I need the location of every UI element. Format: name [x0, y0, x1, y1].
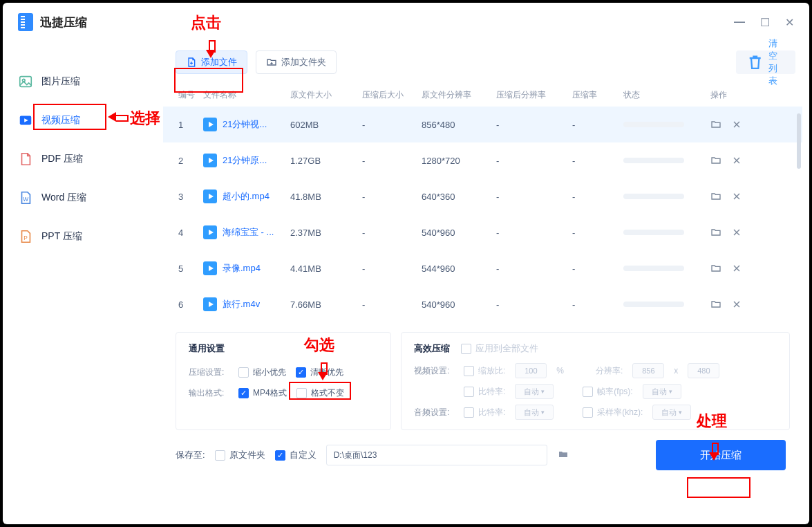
audio-bitrate-checkbox[interactable]: 比特率:: [464, 407, 505, 418]
compress-label: 压缩设置:: [189, 367, 229, 378]
table-row[interactable]: 3超小的.mp441.8MB-640*360--: [163, 178, 802, 214]
svg-rect-6: [20, 77, 32, 87]
word-icon: W: [18, 190, 33, 205]
progress-bar: [623, 122, 684, 127]
col-status: 状态: [623, 89, 710, 101]
video-file-icon: [203, 189, 217, 203]
col-compres: 压缩后分辨率: [496, 89, 572, 101]
remove-row-icon[interactable]: [731, 299, 742, 310]
fps-select[interactable]: 自动: [643, 384, 681, 399]
sidebar-item-video[interactable]: 视频压缩: [3, 101, 163, 140]
progress-bar: [623, 266, 684, 271]
video-file-icon: [203, 225, 217, 239]
table-row[interactable]: 4海绵宝宝 - ...2.37MB-540*960--: [163, 214, 802, 250]
annotation-arrow-icon: [709, 452, 719, 461]
remove-row-icon[interactable]: [731, 155, 742, 166]
sidebar-label: PDF 压缩: [41, 153, 83, 165]
output-path-input[interactable]: D:\桌面\123: [326, 445, 547, 465]
apply-all-checkbox[interactable]: 应用到全部文件: [461, 342, 538, 355]
audio-bitrate-select[interactable]: 自动: [515, 405, 554, 420]
table-header: 编号 文件名称 原文件大小 压缩后大小 原文件分辨率 压缩后分辨率 压缩率 状态…: [163, 83, 802, 107]
titlebar: 迅捷压缩 — ☐ ✕: [3, 3, 809, 41]
pdf-icon: [18, 151, 33, 167]
col-name: 文件名称: [203, 89, 290, 101]
size-first-checkbox[interactable]: 缩小优先: [238, 367, 286, 378]
browse-folder-icon[interactable]: [557, 449, 569, 462]
scrollbar[interactable]: [797, 113, 801, 169]
video-icon: [18, 113, 33, 128]
video-file-icon: [203, 297, 217, 311]
keep-format-checkbox[interactable]: 格式不变: [296, 387, 344, 399]
app-title: 迅捷压缩: [40, 15, 87, 30]
sidebar-item-word[interactable]: W Word 压缩: [3, 178, 163, 217]
table-row[interactable]: 6旅行.m4v7.66MB-540*960--: [163, 286, 802, 322]
open-folder-icon[interactable]: [710, 191, 721, 202]
scale-checkbox[interactable]: 缩放比:: [464, 365, 505, 377]
custom-folder-checkbox[interactable]: 自定义: [275, 449, 317, 461]
general-settings-panel: 通用设置 压缩设置: 缩小优先 清晰优先 输出格式: MP4格式 格式不变: [176, 332, 391, 430]
open-folder-icon[interactable]: [710, 299, 721, 310]
sidebar-item-pdf[interactable]: PDF 压缩: [3, 140, 163, 178]
image-icon: [18, 74, 33, 89]
brand: 迅捷压缩: [18, 13, 87, 31]
orig-folder-checkbox[interactable]: 原文件夹: [215, 449, 265, 461]
remove-row-icon[interactable]: [731, 227, 742, 238]
saveto-label: 保存至:: [176, 449, 205, 461]
sidebar-item-image[interactable]: 图片压缩: [3, 62, 163, 101]
res-height[interactable]: 480: [688, 363, 719, 378]
open-folder-icon[interactable]: [710, 263, 721, 274]
remove-row-icon[interactable]: [731, 191, 742, 202]
video-bitrate-select[interactable]: 自动: [515, 384, 554, 399]
remove-row-icon[interactable]: [731, 263, 742, 274]
window-controls: — ☐ ✕: [719, 16, 794, 29]
clear-list-label: 清空列表: [768, 37, 786, 87]
clear-list-button[interactable]: 清空列表: [736, 50, 795, 74]
advanced-settings-panel: 高效压缩 应用到全部文件 视频设置: 缩放比: 100 % 分辨率: 856 x…: [401, 332, 790, 430]
minimize-button[interactable]: —: [734, 16, 745, 28]
sidebar-label: PPT 压缩: [41, 230, 82, 243]
sidebar: 图片压缩 视频压缩 PDF 压缩 W Word 压缩 P PPT 压缩: [3, 41, 163, 524]
video-file-icon: [203, 154, 217, 167]
progress-bar: [623, 302, 684, 307]
general-title: 通用设置: [189, 342, 378, 355]
col-orig: 原文件大小: [290, 89, 362, 101]
annotation-arrow-icon: [206, 50, 216, 58]
sidebar-label: Word 压缩: [41, 192, 86, 204]
open-folder-icon[interactable]: [710, 119, 721, 130]
maximize-button[interactable]: ☐: [760, 16, 770, 29]
output-label: 输出格式:: [189, 387, 229, 399]
fps-checkbox[interactable]: 帧率(fps):: [583, 386, 632, 398]
table-row[interactable]: 5录像.mp44.41MB-544*960--: [163, 250, 802, 286]
table-row[interactable]: 121分钟视...602MB-856*480--: [163, 107, 802, 142]
table-row[interactable]: 221分钟原...1.27GB-1280*720--: [163, 142, 802, 178]
col-idx: 编号: [178, 89, 203, 101]
video-file-icon: [203, 118, 217, 131]
sample-checkbox[interactable]: 采样率(khz):: [583, 407, 643, 418]
table-body[interactable]: 121分钟视...602MB-856*480--221分钟原...1.27GB-…: [163, 107, 802, 322]
app-logo-icon: [18, 13, 33, 31]
col-comp: 压缩后大小: [362, 89, 422, 101]
progress-bar: [623, 194, 684, 199]
res-width[interactable]: 856: [632, 363, 664, 378]
remove-row-icon[interactable]: [731, 119, 742, 130]
start-compress-button[interactable]: 开始压缩: [656, 440, 786, 470]
scale-value[interactable]: 100: [515, 363, 547, 378]
video-bitrate-checkbox[interactable]: 比特率:: [464, 386, 505, 398]
add-folder-label: 添加文件夹: [281, 56, 326, 68]
app-window: 迅捷压缩 — ☐ ✕ 图片压缩 视频压缩 PDF 压缩: [3, 3, 809, 524]
ppt-icon: P: [18, 229, 33, 244]
col-origres: 原文件分辨率: [422, 89, 496, 101]
sidebar-label: 视频压缩: [41, 114, 80, 127]
open-folder-icon[interactable]: [710, 227, 721, 238]
advanced-title: 高效压缩: [414, 342, 450, 355]
footer: 保存至: 原文件夹 自定义 D:\桌面\123 开始压缩: [163, 430, 802, 480]
sidebar-label: 图片压缩: [41, 75, 80, 88]
res-label: 分辨率:: [596, 365, 623, 377]
add-folder-button[interactable]: 添加文件夹: [256, 50, 337, 74]
close-button[interactable]: ✕: [785, 16, 794, 29]
mp4-checkbox[interactable]: MP4格式: [238, 387, 287, 399]
sidebar-item-ppt[interactable]: P PPT 压缩: [3, 217, 163, 256]
sample-select[interactable]: 自动: [652, 405, 691, 420]
svg-text:P: P: [23, 235, 28, 241]
open-folder-icon[interactable]: [710, 155, 721, 166]
